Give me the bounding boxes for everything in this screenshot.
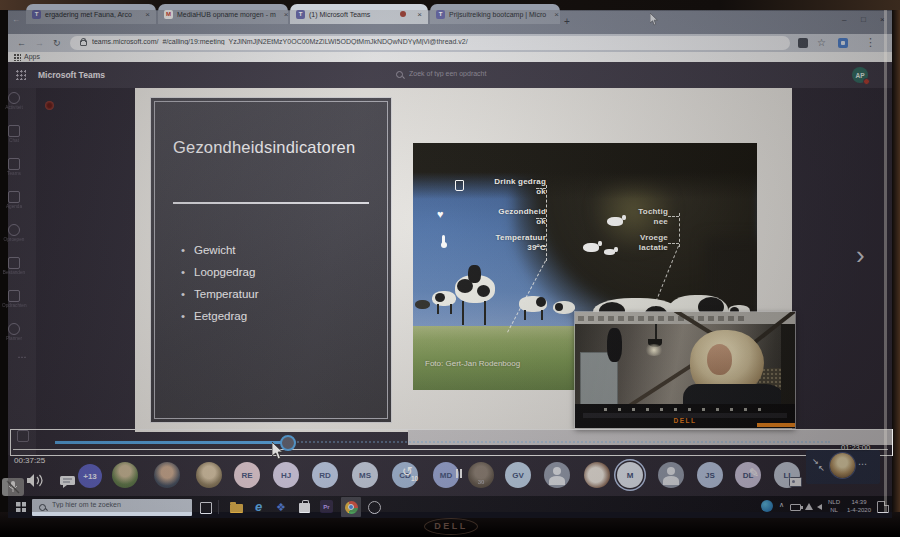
pencil-icon: ✎ [749, 466, 759, 480]
annotation-drink: Drink gedrag ok [470, 177, 546, 198]
tab-title: Prijsuitreiking bootcamp | Micro [449, 11, 546, 18]
annotation-heat: Tochtig nee [630, 207, 668, 228]
chat-bubble-icon[interactable] [59, 475, 76, 489]
participant-avatar[interactable]: 30 [468, 462, 494, 488]
laptop-bezel-right [892, 10, 900, 512]
photo-credit-caption: Foto: Gert-Jan Rodenboog [425, 359, 520, 368]
start-button[interactable] [16, 502, 26, 512]
sidebar-item-assignments[interactable]: Opdrachten [0, 290, 28, 308]
teams-favicon: T [296, 10, 305, 19]
self-video-thumbnail[interactable]: ↘ ↖ ⋯ [806, 450, 880, 484]
file-explorer-icon[interactable] [230, 504, 243, 513]
sidebar-item-chat[interactable]: Chat [0, 125, 28, 143]
slide-bullet: Eetgedrag [181, 310, 259, 322]
participants-overflow-badge[interactable]: +13 [78, 464, 102, 488]
mic-muted-button[interactable] [2, 478, 24, 496]
teams-favicon: T [436, 10, 445, 19]
participant-avatar[interactable] [658, 462, 684, 488]
extension-icon[interactable] [798, 38, 808, 48]
participant-avatar[interactable]: GV [505, 462, 531, 488]
slide-bullet: Gewicht [181, 244, 259, 256]
mic-off-icon [2, 478, 24, 496]
clock[interactable]: 14:39 1-4-2020 [844, 499, 874, 515]
participant-avatar[interactable] [154, 462, 180, 488]
url-text[interactable]: teams.microsoft.com/_#/calling/19:meetin… [92, 38, 712, 45]
gmail-favicon: M [164, 10, 173, 19]
more-options-icon[interactable]: ⋯ [858, 459, 867, 469]
sidebar-item-planner[interactable]: Planner [0, 323, 28, 341]
tray-edge-icon[interactable] [761, 500, 773, 512]
profile-status-dot [863, 78, 870, 85]
teams-search[interactable] [396, 69, 596, 81]
teams-extension-icon[interactable] [838, 38, 848, 48]
reload-icon[interactable]: ↻ [53, 38, 61, 48]
edge-icon[interactable]: e [255, 499, 262, 514]
wifi-icon[interactable] [805, 503, 813, 510]
participant-avatar[interactable]: HJ [273, 462, 299, 488]
apps-grid-icon[interactable] [14, 54, 21, 61]
tab-close-icon[interactable]: × [280, 10, 288, 19]
back-icon[interactable]: ← [17, 38, 26, 48]
sidebar-item-files[interactable]: Bestanden [0, 257, 28, 275]
premiere-pro-icon[interactable]: Pr [320, 500, 333, 513]
browser-menu-icon[interactable]: ⋮ [865, 36, 876, 49]
tab-scroll-left-icon[interactable]: ← [12, 15, 20, 24]
sidebar-more-icon[interactable]: ⋯ [8, 352, 36, 362]
speaker-icon[interactable] [26, 473, 44, 488]
browser-tab-4[interactable]: T Prijsuitreiking bootcamp | Micro × [430, 4, 560, 24]
chrome-icon[interactable] [345, 501, 358, 514]
volume-icon[interactable] [817, 504, 822, 510]
sidebar-item-activity[interactable]: Activiteit [0, 92, 28, 110]
cow [415, 300, 430, 309]
participant-avatar[interactable]: MS [352, 462, 378, 488]
task-view-icon[interactable] [200, 502, 212, 514]
tab-close-icon[interactable]: × [141, 10, 150, 19]
presenter-face [707, 344, 732, 375]
connector-line [536, 246, 546, 247]
connector-line [668, 216, 679, 217]
participant-avatar[interactable]: RD [312, 462, 338, 488]
language-indicator[interactable]: NLD NL [826, 499, 842, 515]
window-maximize-button[interactable]: □ [861, 15, 866, 24]
tab-close-icon[interactable]: × [550, 10, 559, 19]
battery-icon[interactable] [790, 504, 801, 511]
app-circle-icon[interactable] [368, 501, 381, 514]
taskbar-search-input[interactable] [50, 500, 189, 509]
sidebar-item-calls[interactable]: Oproepen [0, 224, 28, 242]
tray-chevron-icon[interactable]: ∧ [779, 501, 784, 509]
presenter-video-tile[interactable]: DELL [575, 312, 795, 428]
teams-search-input[interactable] [407, 69, 591, 78]
dropbox-icon[interactable]: ❖ [276, 501, 286, 514]
forward-icon[interactable]: → [35, 38, 44, 48]
new-tab-button[interactable]: + [564, 16, 570, 27]
self-avatar [830, 453, 855, 478]
waffle-menu-icon[interactable] [16, 70, 26, 80]
slide-bullet: Loopgedrag [181, 266, 259, 278]
taskbar-search[interactable] [32, 499, 192, 516]
cow [432, 291, 456, 306]
calendar-icon [8, 191, 20, 203]
browser-tab-2[interactable]: M MediaHUB opname morgen - m × [158, 4, 288, 24]
tab-close-icon[interactable]: × [413, 10, 422, 19]
slide-bullet-list: Gewicht Loopgedrag Temperatuur Eetgedrag [181, 244, 259, 332]
participant-avatar[interactable] [196, 462, 222, 488]
bookmarks-apps-label[interactable]: Apps [24, 53, 40, 60]
carousel-next-icon[interactable]: › [856, 242, 865, 268]
browser-tab-1[interactable]: T ergadering met Fauna, Arco × [26, 4, 156, 24]
collapse-arrow-icon[interactable]: ↖ [818, 464, 825, 473]
sidebar-item-teams[interactable]: Teams [0, 158, 28, 176]
participant-avatar[interactable] [544, 462, 570, 488]
participant-avatar[interactable] [584, 462, 610, 488]
bookmark-star-icon[interactable]: ☆ [817, 37, 826, 48]
sidebar-item-calendar[interactable]: Agenda [0, 191, 28, 209]
window-minimize-button[interactable]: – [842, 15, 846, 24]
microsoft-store-icon[interactable] [299, 503, 310, 513]
participant-avatar[interactable] [112, 462, 138, 488]
action-center-icon[interactable] [877, 501, 889, 513]
browser-tab-3-active[interactable]: T (1) Microsoft Teams × [290, 4, 428, 24]
search-icon [396, 71, 403, 78]
participant-avatar[interactable]: JS [697, 462, 723, 488]
participant-avatar-speaking[interactable]: M [617, 462, 643, 488]
participant-avatar[interactable]: RE [234, 462, 260, 488]
seek-remaining [294, 441, 830, 443]
